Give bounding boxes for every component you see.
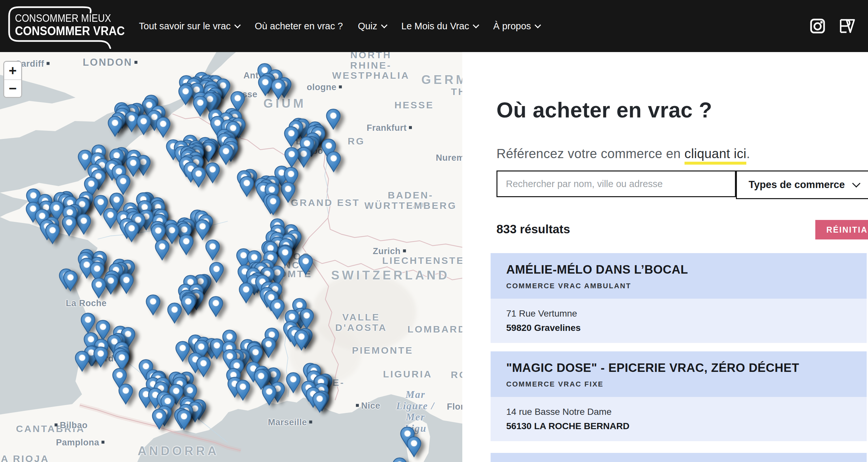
store-map-pin[interactable] [195,219,210,240]
store-map-pin[interactable] [76,213,91,235]
store-map-pin[interactable] [284,126,299,147]
store-map-pin[interactable] [218,144,234,165]
store-map-pin[interactable] [235,379,250,401]
store-name: AMÉLIE-MÉLO DANS L’BOCAL [506,263,854,277]
store-map-pin[interactable] [136,114,151,135]
store-map-pin[interactable] [191,166,206,188]
chevron-down-icon [534,22,541,28]
store-map-pin[interactable] [261,384,277,406]
chevron-down-icon [234,22,241,28]
results-count: 833 résultats [496,222,570,236]
store-map-pin[interactable] [286,372,301,393]
nav-item-a-propos[interactable]: À propos [493,21,540,32]
store-address: 71 Rue Vertumne [506,308,854,319]
store-map-pin[interactable] [205,162,220,184]
store-address: 14 rue Basse Notre Dame [506,407,854,417]
store-map-pin[interactable] [392,457,407,462]
search-input[interactable] [496,171,736,197]
store-map-pin[interactable] [181,294,196,316]
store-map-pin[interactable] [326,109,341,130]
store-map-pin[interactable] [63,270,78,291]
zoom-out-button[interactable]: − [4,80,21,97]
store-map-pin[interactable] [406,436,422,457]
store-map-pin[interactable] [270,298,285,320]
chevron-down-icon [852,179,860,187]
store-map-pin[interactable] [278,245,293,267]
result-card-body: 71 Rue Vertumne59820 Gravelines [491,299,867,343]
store-map-pin[interactable] [193,95,208,117]
lake-constance [412,202,427,210]
map-zoom-control: + − [3,61,22,98]
store-map-pin[interactable] [239,282,254,304]
store-map-pin[interactable] [294,329,309,351]
logo-line-2: CONSOMMER VRAC [15,24,125,38]
store-map-pin[interactable] [156,117,171,138]
store-map-pin[interactable] [178,84,193,105]
store-map-pin[interactable] [119,273,134,294]
result-card[interactable]: AMÉLIE-MÉLO DANS L’BOCALCOMMERCE VRAC AM… [491,253,867,343]
store-map-pin[interactable] [196,356,211,377]
store-locator-map[interactable]: CardiffLONDONAntwesseologneNORTH RHINE- … [0,52,462,462]
page-title: Où acheter en vrac ? [496,98,712,122]
store-map-pin[interactable] [266,194,281,215]
store-map-pin[interactable] [107,116,123,137]
reseau-vrac-icon[interactable] [839,19,855,33]
store-map-pin[interactable] [155,239,170,260]
store-map-pin[interactable] [45,223,60,244]
site-logo[interactable]: CONSOMMER MIEUX CONSOMMER VRAC [5,5,118,47]
instagram-icon[interactable] [810,19,825,33]
result-card[interactable] [491,453,867,462]
store-map-pin[interactable] [124,221,139,242]
top-navigation-bar: CONSOMMER MIEUX CONSOMMER VRAC Tout savo… [0,0,868,52]
nav-item-mois-du-vrac[interactable]: Le Mois du Vrac [401,21,478,32]
dropdown-label: Types de commerce [749,179,845,191]
referencing-text: Référencez votre commerce en cliquant ic… [496,146,750,161]
store-map-pin[interactable] [61,215,77,237]
store-map-pin[interactable] [167,302,182,324]
store-map-pin[interactable] [298,254,313,275]
store-map-pin[interactable] [271,79,286,100]
store-map-pin[interactable] [146,294,161,316]
store-map-pin[interactable] [80,312,96,334]
store-map-pin[interactable] [261,337,276,358]
result-card-body: 14 rue Basse Notre Dame56130 LA ROCHE BE… [491,397,867,441]
store-map-pin[interactable] [152,408,167,430]
result-card[interactable]: "MAGIC DOSE" - EPICERIE VRAC, ZÉRO DÉCHE… [491,351,867,441]
chevron-down-icon [381,22,388,28]
chevron-down-icon [473,22,479,28]
store-type: COMMERCE VRAC FIXE [506,380,854,389]
result-card-header: "MAGIC DOSE" - EPICERIE VRAC, ZÉRO DÉCHE… [491,351,867,397]
store-map-pin[interactable] [312,391,327,413]
types-de-commerce-dropdown[interactable]: Types de commerce [736,171,868,199]
store-map-pin[interactable] [118,383,133,405]
store-map-pin[interactable] [326,151,341,173]
store-map-pin[interactable] [91,277,106,299]
search-filter-row: Types de commerce [496,171,868,199]
results-panel: Où acheter en vrac ? Référencez votre co… [491,52,868,462]
store-map-pin[interactable] [179,234,194,255]
store-city: 56130 LA ROCHE BERNARD [506,421,854,431]
main-nav: Tout savoir sur le vrac Où acheter en vr… [139,21,540,32]
result-card-header: AMÉLIE-MÉLO DANS L’BOCALCOMMERCE VRAC AM… [491,253,867,299]
reset-filters-button[interactable]: RÉINITIAL [815,220,868,240]
store-map-pin[interactable] [74,350,90,372]
nav-item-quiz[interactable]: Quiz [358,21,386,32]
result-card-header [491,453,867,462]
zoom-in-button[interactable]: + [4,62,21,80]
logo-line-1: CONSOMMER MIEUX [15,12,111,24]
nav-item-ou-acheter[interactable]: Où acheter en vrac ? [255,21,343,32]
store-map-pin[interactable] [280,182,296,203]
store-city: 59820 Gravelines [506,323,854,333]
store-map-pin[interactable] [208,296,223,317]
store-map-pin[interactable] [239,176,254,197]
store-map-pin[interactable] [176,409,192,430]
store-map-pin[interactable] [93,346,108,368]
store-map-pin[interactable] [205,239,220,260]
store-name: "MAGIC DOSE" - EPICERIE VRAC, ZÉRO DÉCHE… [506,361,854,375]
nav-item-tout-savoir[interactable]: Tout savoir sur le vrac [139,21,240,32]
store-type: COMMERCE VRAC AMBULANT [506,282,854,290]
cliquant-ici-link[interactable]: cliquant ici [684,146,746,161]
